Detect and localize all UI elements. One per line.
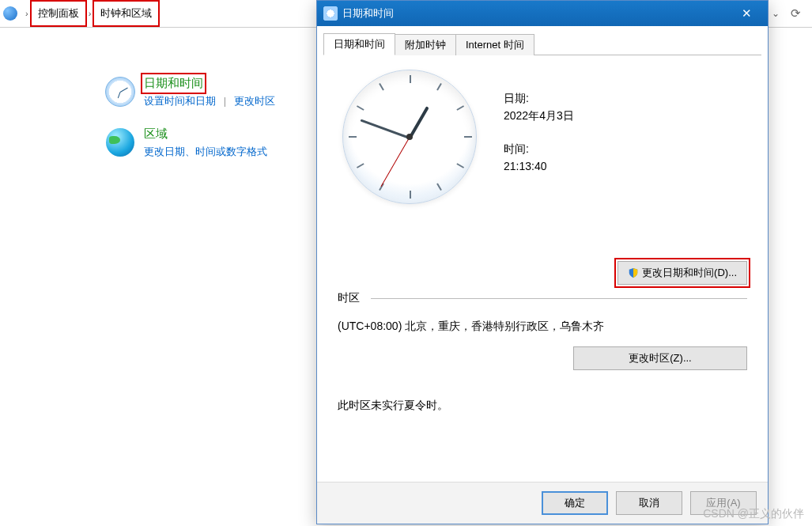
apply-button[interactable]: 应用(A) — [690, 491, 757, 515]
tabstrip: 日期和时间 附加时钟 Internet 时间 — [317, 26, 768, 55]
date-label: 日期: — [504, 92, 574, 106]
dialog-icon — [323, 6, 338, 21]
timezone-section-header: 时区 — [338, 291, 747, 305]
dst-note: 此时区未实行夏令时。 — [338, 399, 747, 413]
cancel-button[interactable]: 取消 — [616, 491, 682, 515]
link-change-formats[interactable]: 更改日期、时间或数字格式 — [144, 146, 267, 157]
category-datetime-title[interactable]: 日期和时间 — [144, 76, 203, 91]
clock-icon — [104, 76, 136, 108]
date-value: 2022年4月3日 — [504, 109, 574, 123]
change-timezone-button[interactable]: 更改时区(Z)... — [573, 346, 747, 370]
time-label: 时间: — [504, 142, 574, 157]
category-region: 区域 更改日期、时间或数字格式 — [104, 127, 267, 159]
link-change-timezone[interactable]: 更改时区 — [234, 95, 275, 107]
dialog-title: 日期和时间 — [342, 6, 394, 21]
dialog-titlebar[interactable]: 日期和时间 ✕ — [317, 1, 768, 26]
datetime-dialog: 日期和时间 ✕ 日期和时间 附加时钟 Internet 时间 — [316, 0, 769, 524]
breadcrumb-item-control-panel[interactable]: 控制面板 — [33, 3, 84, 24]
tab-internet-time[interactable]: Internet 时间 — [455, 34, 534, 55]
timezone-value: (UTC+08:00) 北京，重庆，香港特别行政区，乌鲁木齐 — [338, 320, 747, 334]
separator: | — [219, 95, 231, 107]
shield-icon — [628, 267, 639, 278]
change-datetime-button[interactable]: 更改日期和时间(D)... — [617, 261, 747, 285]
time-value: 21:13:40 — [504, 160, 574, 172]
link-set-datetime[interactable]: 设置时间和日期 — [144, 95, 216, 107]
date-time-readout: 日期: 2022年4月3日 时间: 21:13:40 — [504, 70, 574, 191]
globe-icon — [3, 6, 17, 21]
category-datetime: 日期和时间 设置时间和日期 | 更改时区 — [104, 76, 275, 108]
dialog-body: 日期: 2022年4月3日 时间: 21:13:40 更改日期和时间(D)...… — [317, 55, 768, 482]
refresh-icon[interactable]: ⟳ — [786, 6, 806, 21]
tab-additional-clocks[interactable]: 附加时钟 — [395, 34, 456, 55]
breadcrumb-item-clock-region[interactable]: 时钟和区域 — [96, 3, 157, 24]
ok-button[interactable]: 确定 — [542, 491, 608, 515]
chevron-right-icon: › — [21, 9, 33, 18]
tab-datetime[interactable]: 日期和时间 — [323, 33, 395, 55]
timezone-header-label: 时区 — [338, 291, 360, 305]
change-datetime-label: 更改日期和时间(D)... — [642, 266, 737, 280]
category-region-title[interactable]: 区域 — [144, 127, 267, 142]
globe-region-icon — [104, 127, 136, 158]
dialog-button-row: 确定 取消 应用(A) — [317, 482, 768, 524]
close-button[interactable]: ✕ — [730, 4, 763, 23]
chevron-right-icon: › — [84, 9, 96, 18]
analog-clock — [342, 70, 477, 204]
